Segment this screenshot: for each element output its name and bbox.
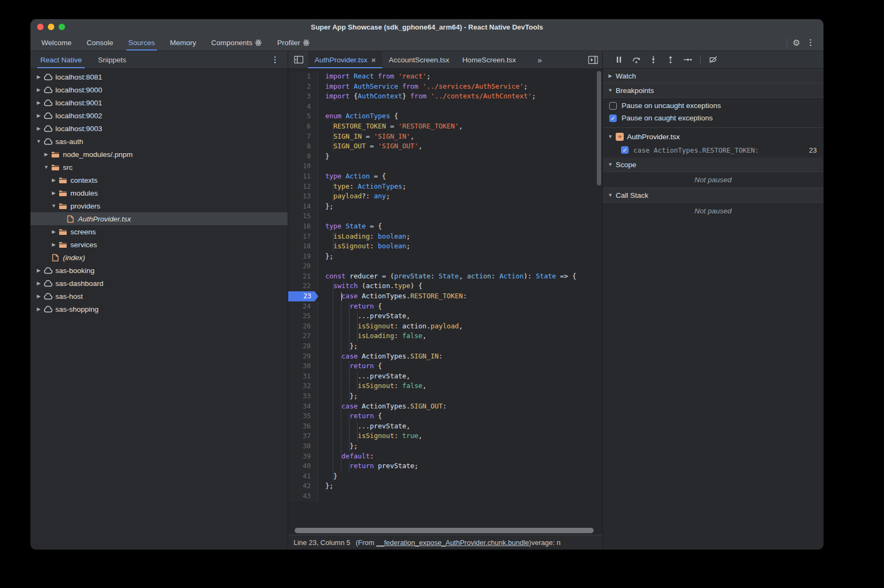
- line-number[interactable]: 10: [288, 161, 318, 171]
- tab-welcome[interactable]: Welcome: [34, 34, 79, 51]
- step-icon[interactable]: [680, 53, 695, 66]
- editor-tab-authprovider-tsx[interactable]: AuthProvider.tsx×: [308, 51, 382, 68]
- tab-console[interactable]: Console: [79, 34, 121, 51]
- breakpoint-file-group[interactable]: ▼‹›AuthProvider.tsx: [603, 130, 823, 144]
- line-number[interactable]: 42: [288, 481, 318, 491]
- line-number[interactable]: 30: [288, 361, 318, 371]
- more-tabs-chevron-icon[interactable]: »: [530, 51, 548, 68]
- hide-navigator-icon[interactable]: [288, 51, 308, 68]
- tree-item-providers[interactable]: ▼providers: [31, 199, 288, 212]
- chevron-right-icon[interactable]: ▶: [35, 281, 42, 286]
- chevron-down-icon[interactable]: ▼: [50, 203, 58, 209]
- line-number[interactable]: 35: [288, 411, 318, 421]
- line-number[interactable]: 34: [288, 401, 318, 412]
- editor-vertical-scrollbar[interactable]: [597, 71, 601, 185]
- close-tab-icon[interactable]: ×: [371, 55, 376, 64]
- tree-item-localhost-9000[interactable]: ▶localhost:9000: [31, 83, 288, 96]
- tree-item-screens[interactable]: ▶screens: [31, 225, 288, 238]
- breakpoints-section-header[interactable]: ▼ Breakpoints: [603, 83, 823, 98]
- bundle-link[interactable]: __federation_expose_AuthProvider.chunk.b…: [376, 539, 529, 547]
- line-number[interactable]: 18: [288, 241, 318, 252]
- line-number[interactable]: 33: [288, 391, 318, 401]
- tree-item-node-modules-pnpm[interactable]: ▶node_modules/.pnpm: [31, 148, 288, 161]
- navigator-tab-react-native[interactable]: React Native: [34, 51, 88, 68]
- show-debugger-sidebar-icon[interactable]: [588, 56, 598, 64]
- chevron-right-icon[interactable]: ▶: [35, 268, 42, 273]
- line-number[interactable]: 13: [288, 191, 318, 202]
- line-number[interactable]: 26: [288, 321, 318, 332]
- main-menu-kebab-icon[interactable]: ⋮: [803, 38, 818, 47]
- chevron-down-icon[interactable]: ▼: [35, 139, 42, 144]
- tree-item-contexts[interactable]: ▶contexts: [31, 174, 288, 187]
- tree-item-sas-dashboard[interactable]: ▶sas-dashboard: [31, 277, 288, 290]
- step-into-icon[interactable]: [646, 53, 661, 66]
- line-number[interactable]: 9: [288, 152, 318, 162]
- line-number[interactable]: 38: [288, 441, 318, 451]
- tab-memory[interactable]: Memory: [162, 34, 204, 51]
- call-stack-section-header[interactable]: ▼ Call Stack: [603, 188, 823, 203]
- tree-item-localhost-9002[interactable]: ▶localhost:9002: [31, 109, 288, 122]
- tree-item-sas-host[interactable]: ▶sas-host: [31, 290, 288, 303]
- settings-gear-icon[interactable]: ⚙: [793, 38, 800, 48]
- tree-item-localhost-9001[interactable]: ▶localhost:9001: [31, 96, 288, 109]
- line-number[interactable]: 12: [288, 182, 318, 192]
- checkbox-checked[interactable]: ✓: [621, 146, 629, 154]
- minimize-window-button[interactable]: [48, 24, 54, 30]
- line-number[interactable]: 20: [288, 261, 318, 271]
- line-number[interactable]: 36: [288, 421, 318, 432]
- watch-section-header[interactable]: ▶ Watch: [603, 69, 823, 83]
- line-number[interactable]: 37: [288, 431, 318, 441]
- chevron-down-icon[interactable]: ▼: [42, 164, 50, 170]
- navigator-tab-snippets[interactable]: Snippets: [91, 51, 133, 68]
- line-number[interactable]: 17: [288, 232, 318, 242]
- line-number[interactable]: 43: [288, 491, 318, 501]
- editor-tab-accountscreen-tsx[interactable]: AccountScreen.tsx: [382, 51, 456, 68]
- line-number[interactable]: 14: [288, 202, 318, 212]
- line-number[interactable]: 19: [288, 252, 318, 262]
- line-number[interactable]: 32: [288, 381, 318, 391]
- line-number[interactable]: 41: [288, 471, 318, 482]
- breakpoint-marker[interactable]: 23: [288, 291, 318, 302]
- line-number[interactable]: 31: [288, 371, 318, 382]
- line-number[interactable]: 3: [288, 91, 318, 102]
- chevron-right-icon[interactable]: ▶: [35, 87, 42, 92]
- chevron-right-icon[interactable]: ▶: [35, 293, 42, 299]
- tab-sources[interactable]: Sources: [121, 34, 163, 51]
- line-number[interactable]: 1: [288, 71, 318, 82]
- navigator-menu-kebab-icon[interactable]: ⋮: [268, 55, 282, 64]
- line-number[interactable]: 8: [288, 141, 318, 152]
- chevron-right-icon[interactable]: ▶: [50, 242, 58, 247]
- pause-icon[interactable]: [611, 53, 626, 66]
- line-number[interactable]: 22: [288, 281, 318, 291]
- scope-section-header[interactable]: ▼ Scope: [603, 157, 823, 172]
- line-number[interactable]: 5: [288, 111, 318, 121]
- tree-item--index-[interactable]: (index): [31, 251, 288, 264]
- chevron-right-icon[interactable]: ▶: [35, 113, 42, 118]
- chevron-right-icon[interactable]: ▶: [35, 306, 42, 312]
- line-number[interactable]: 24: [288, 302, 318, 312]
- line-number[interactable]: 11: [288, 171, 318, 182]
- chevron-right-icon[interactable]: ▶: [35, 126, 42, 131]
- tree-item-sas-shopping[interactable]: ▶sas-shopping: [31, 303, 288, 315]
- chevron-right-icon[interactable]: ▶: [50, 229, 58, 234]
- line-number[interactable]: 28: [288, 341, 318, 352]
- line-number[interactable]: 6: [288, 121, 318, 132]
- chevron-right-icon[interactable]: ▶: [50, 177, 58, 183]
- close-window-button[interactable]: [37, 24, 44, 30]
- step-over-icon[interactable]: [629, 53, 644, 66]
- line-number[interactable]: 15: [288, 211, 318, 221]
- checkbox-checked[interactable]: ✓: [609, 114, 617, 122]
- line-number[interactable]: 16: [288, 221, 318, 232]
- line-number[interactable]: 25: [288, 311, 318, 321]
- line-number[interactable]: 39: [288, 451, 318, 462]
- chevron-right-icon[interactable]: ▶: [42, 152, 50, 157]
- tree-item-localhost-9003[interactable]: ▶localhost:9003: [31, 122, 288, 135]
- line-number[interactable]: 21: [288, 271, 318, 282]
- tree-item-modules[interactable]: ▶modules: [31, 187, 288, 199]
- line-number[interactable]: 2: [288, 82, 318, 92]
- tab-components[interactable]: Components: [204, 34, 270, 51]
- maximize-window-button[interactable]: [59, 24, 65, 30]
- line-number[interactable]: 4: [288, 102, 318, 112]
- line-number[interactable]: 27: [288, 331, 318, 341]
- tree-item-src[interactable]: ▼src: [31, 161, 288, 174]
